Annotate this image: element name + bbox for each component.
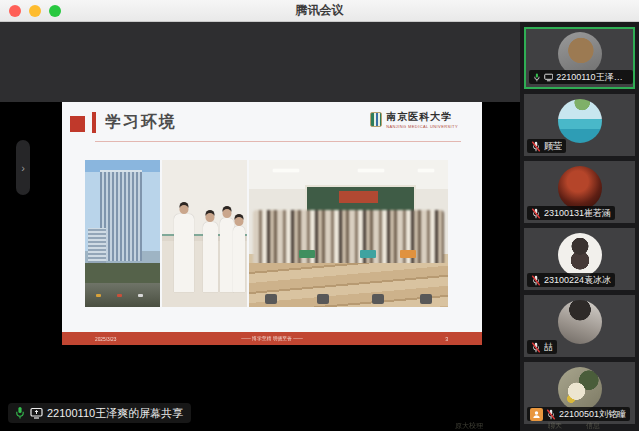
slide-title: 学习环境	[105, 112, 177, 133]
avatar	[558, 233, 602, 277]
ceiling-light	[418, 169, 434, 172]
mic-on-icon	[14, 406, 26, 420]
chair	[372, 294, 384, 304]
participant-name: 22100110王泽爽正…	[556, 71, 629, 84]
participant-name: 23100224袁冰冰	[544, 274, 611, 287]
participant-name-bar: 22100501刘铭瞳	[527, 407, 630, 421]
chair	[317, 294, 329, 304]
photo-hospital-building	[85, 160, 160, 307]
title-accent-bar	[92, 112, 96, 133]
participant-name: 23100131崔若涵	[544, 207, 611, 220]
screen-share-icon	[30, 407, 43, 419]
bottom-faint-strip: 原大校理 聊天 信息	[0, 423, 639, 431]
nurse-figure	[174, 214, 194, 292]
participant-name-bar: 喆	[527, 340, 557, 354]
window-title: 腾讯会议	[0, 2, 639, 19]
university-logo: 南京医科大学 NANJING MEDICAL UNIVERSITY	[370, 110, 458, 129]
faint-label: 原大校理	[455, 421, 483, 431]
building-wing	[88, 228, 106, 263]
mic-muted-icon	[531, 342, 541, 353]
nurse-figure	[220, 218, 234, 292]
participant-name-bar: 23100224袁冰冰	[527, 273, 615, 287]
traffic-lights	[9, 5, 61, 17]
chevron-right-icon: ›	[21, 162, 25, 174]
avatar	[558, 166, 602, 210]
photo-class-group	[249, 160, 448, 307]
title-accent-square	[70, 116, 85, 132]
minimize-button[interactable]	[29, 5, 41, 17]
desks	[249, 263, 448, 307]
slide-page-number: 3	[445, 336, 448, 341]
participant-name: 喆	[544, 341, 553, 354]
shared-screen-area: 学习环境 南京医科大学 NANJING MEDICAL UNIVERSITY	[0, 22, 520, 431]
slide-footer: 2025/3/23 —— 博学至精 明德至善 —— 3	[62, 332, 482, 345]
meeting-window: 腾讯会议 学习环境 南京医科大学 NANJING MEDICAL UNIVERS…	[0, 0, 639, 431]
mic-muted-icon	[531, 141, 541, 152]
screen-share-banner-text: 22100110王泽爽的屏幕共享	[47, 406, 183, 421]
slide-motto: —— 博学至精 明德至善 ——	[104, 335, 440, 342]
chair	[420, 294, 432, 304]
mic-muted-icon	[531, 275, 541, 286]
red-banner	[339, 191, 378, 203]
held-sign	[299, 250, 315, 258]
faint-label: 聊天	[548, 421, 562, 431]
avatar	[558, 367, 602, 411]
held-sign	[360, 250, 376, 258]
avatar	[558, 300, 602, 344]
participant-name: 22100501刘铭瞳	[559, 408, 626, 421]
participant-tile[interactable]: 23100131崔若涵	[524, 161, 635, 223]
ceiling-light	[358, 169, 384, 172]
university-emblem-icon	[370, 112, 382, 127]
chair	[265, 294, 277, 304]
ceiling-light	[273, 169, 299, 172]
participants-sidebar: 22100110王泽爽正… 顾莹	[520, 22, 639, 431]
participant-tile[interactable]: 22100501刘铭瞳	[524, 362, 635, 424]
slide-photos	[85, 160, 448, 307]
participant-name: 顾莹	[544, 140, 562, 153]
nurse-figure	[233, 226, 245, 292]
presentation-slide: 学习环境 南京医科大学 NANJING MEDICAL UNIVERSITY	[62, 102, 482, 345]
car	[96, 294, 101, 297]
nurse-figure	[203, 222, 218, 292]
building-tower	[100, 170, 142, 261]
held-sign	[400, 250, 416, 258]
faint-label: 信息	[586, 421, 600, 431]
avatar	[558, 99, 602, 143]
participant-tile[interactable]: 喆	[524, 295, 635, 357]
titlebar: 腾讯会议	[0, 0, 639, 22]
participant-name-bar: 顾莹	[527, 139, 566, 153]
university-name: 南京医科大学	[386, 110, 458, 124]
guest-badge-icon	[530, 408, 543, 421]
zoom-button[interactable]	[49, 5, 61, 17]
shared-screen-top-band	[0, 22, 520, 102]
close-button[interactable]	[9, 5, 21, 17]
mic-on-icon	[533, 72, 541, 83]
sidebar-collapse-button[interactable]: ›	[16, 140, 30, 195]
title-underline	[95, 141, 461, 142]
mic-muted-icon	[531, 208, 541, 219]
participant-tile[interactable]: 顾莹	[524, 94, 635, 156]
participant-name-bar: 22100110王泽爽正…	[529, 70, 633, 84]
mic-muted-icon	[546, 409, 556, 420]
slide-title-block: 学习环境	[70, 112, 177, 133]
participant-tile[interactable]: 23100224袁冰冰	[524, 228, 635, 290]
university-name-en: NANJING MEDICAL UNIVERSITY	[386, 124, 458, 129]
screen-share-icon	[544, 73, 553, 82]
participant-name-bar: 23100131崔若涵	[527, 206, 615, 220]
participant-tile[interactable]: 22100110王泽爽正…	[524, 27, 635, 89]
car	[117, 294, 122, 297]
screen-share-banner[interactable]: 22100110王泽爽的屏幕共享	[8, 403, 191, 423]
photo-nursing-practice	[162, 160, 247, 307]
car	[138, 294, 143, 297]
